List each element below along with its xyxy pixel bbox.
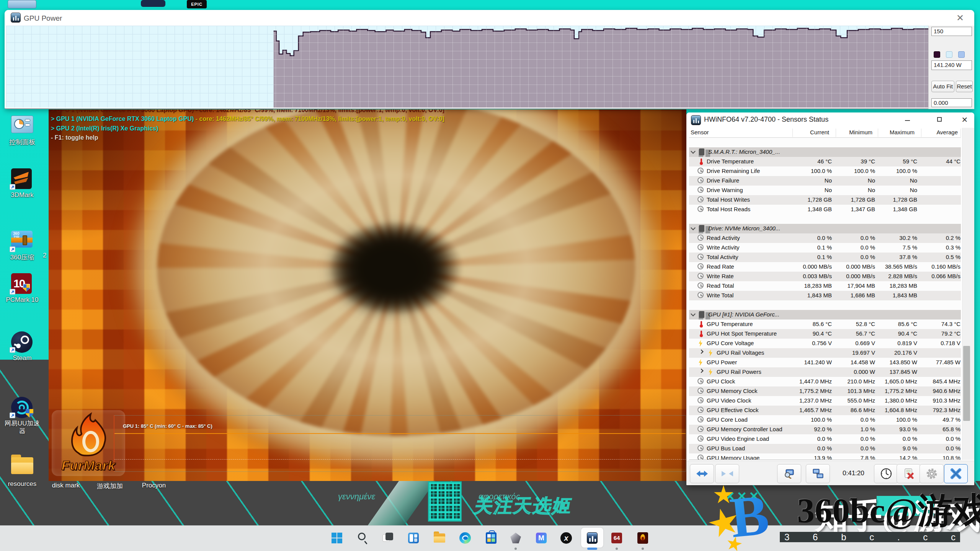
sensor-row[interactable]: GPU Memory Controller Load92.0 %1.0 %93.… <box>689 425 961 434</box>
expand-icon[interactable] <box>699 368 703 373</box>
column-header-minimum[interactable]: Minimum <box>833 129 872 135</box>
taskbar-icon-file-explorer[interactable] <box>431 529 448 547</box>
gpu-power-graph <box>6 26 928 108</box>
collapse-chevron-icon[interactable] <box>691 149 696 154</box>
maximize-button[interactable] <box>930 112 949 127</box>
sensor-row[interactable]: GPU Rail Powers0.000 W137.845 W <box>689 367 961 377</box>
sensor-group-row[interactable]: Drive: NVMe Micron_3400... <box>689 224 961 233</box>
collapse-chevron-icon[interactable] <box>691 311 696 316</box>
graph-color-swatch-dark[interactable] <box>934 51 940 58</box>
graph-color-swatch-blue[interactable] <box>958 51 965 58</box>
sensor-row[interactable]: Total Host Reads1,348 GB1,347 GB1,348 GB <box>689 205 961 214</box>
sensor-value: 0.819 V <box>875 340 917 346</box>
reset-button[interactable]: Reset <box>956 81 973 92</box>
sensor-row[interactable]: GPU Temperature85.6 °C52.8 °C85.6 °C74.3… <box>689 320 961 329</box>
sensor-row[interactable]: GPU Hot Spot Temperature90.4 °C56.7 °C90… <box>689 329 961 339</box>
taskbar-icon-store[interactable] <box>482 529 500 547</box>
close-button[interactable]: ✕ <box>955 112 974 127</box>
sensor-row[interactable]: GPU Memory Clock1,775.2 MHz101.3 MHz1,77… <box>689 386 961 396</box>
collapse-chevron-icon[interactable] <box>691 225 696 230</box>
desktop-icon-label-bottom[interactable]: Procyon <box>123 482 185 489</box>
toolbar-remote-monitor-button[interactable] <box>806 464 830 483</box>
taskbar-icon-benchmark-m[interactable]: M <box>532 529 550 547</box>
desktop-icon-pcmark10[interactable]: 10PCMark 10 <box>2 273 42 304</box>
furmark-logo-text: FurMark <box>52 458 125 473</box>
sensor-row[interactable]: Read Activity0.0 %0.0 %30.2 %0.2 % <box>689 233 961 243</box>
toolbar-settings-button[interactable] <box>920 464 944 483</box>
hwinfo-column-header[interactable]: SensorCurrentMinimumMaximumAverage <box>689 128 961 138</box>
sensor-row[interactable]: GPU Rail Voltages19.697 V20.176 V <box>689 348 961 358</box>
sensor-row[interactable]: GPU Power141.240 W14.458 W143.850 W77.48… <box>689 358 961 367</box>
scrollbar-thumb[interactable] <box>963 346 970 421</box>
desktop-icon-steam[interactable]: Steam <box>2 331 42 362</box>
toolbar-swap-arrows-button[interactable] <box>690 464 714 483</box>
desktop-icon-3dmark[interactable]: 3DMark <box>2 168 42 199</box>
toolbar-clock-button[interactable] <box>874 464 898 483</box>
sensor-row[interactable]: GPU Memory Usage13.9 %7.8 %14.2 %10.8 % <box>689 453 961 460</box>
toolbar-sensor-scan-button[interactable] <box>777 464 801 483</box>
3dmark-icon <box>11 168 33 189</box>
autofit-button[interactable]: Auto Fit <box>931 81 954 92</box>
toolbar-report-button[interactable] <box>897 464 921 483</box>
sensor-row[interactable]: Write Total1,843 MB1,686 MB1,843 MB <box>689 291 961 300</box>
sensor-value: 39 °C <box>833 158 875 165</box>
taskbar-icon-hwinfo[interactable] <box>583 529 601 547</box>
taskbar-icon-3dmark-prism[interactable] <box>507 529 524 547</box>
minimize-button[interactable] <box>898 112 917 127</box>
sensor-row[interactable]: Drive WarningNoNoNo <box>689 186 961 195</box>
sensor-row[interactable]: Total Host Writes1,728 GB1,728 GB1,728 G… <box>689 195 961 205</box>
sensor-group-row[interactable]: S.M.A.R.T.: Micron_3400_... <box>689 147 961 157</box>
sensor-row[interactable]: Total Activity0.1 %0.0 %37.8 %0.5 % <box>689 253 961 262</box>
graph-color-swatch-light[interactable] <box>946 51 952 58</box>
gpu-power-titlebar[interactable]: GPU Power ✕ <box>5 10 974 26</box>
taskbar-icon-search[interactable] <box>354 529 372 547</box>
graph-current-value-field[interactable]: 141.240 W <box>931 60 972 70</box>
graph-ymax-field[interactable]: 150 <box>931 27 972 36</box>
sensor-row[interactable]: GPU Video Engine Load0.0 %0.0 %0.0 %0.0 … <box>689 434 961 444</box>
sensor-row[interactable]: Drive Remaining Life100.0 %100.0 %100.0 … <box>689 166 961 176</box>
sensor-row[interactable]: Write Rate0.003 MB/s0.000 MB/s2.828 MB/s… <box>689 272 961 281</box>
graph-ymin-field[interactable]: 0.000 <box>931 98 972 107</box>
taskbar-icon-furmark[interactable] <box>634 529 652 547</box>
taskbar-icon-widgets[interactable] <box>405 529 422 547</box>
taskbar-icon-start[interactable] <box>328 529 346 547</box>
sensor-value: No <box>875 177 917 184</box>
toolbar-close-button[interactable] <box>944 464 968 483</box>
column-header-maximum[interactable]: Maximum <box>875 129 915 135</box>
sensor-label: GPU Effective Clock <box>707 407 759 413</box>
sensor-row[interactable]: GPU Core Voltage0.756 V0.669 V0.819 V0.7… <box>689 339 961 348</box>
toolbar-collapse-arrows-button[interactable] <box>715 464 739 483</box>
sensor-row[interactable]: Drive FailureNoNoNo <box>689 176 961 186</box>
column-header-current[interactable]: Current <box>790 129 829 135</box>
clock-icon <box>697 426 704 432</box>
sensor-value: 1,843 MB <box>875 292 917 298</box>
sensor-row[interactable]: Read Total18,283 MB17,904 MB18,283 MB <box>689 281 961 291</box>
sensor-row[interactable]: Drive Temperature46 °C39 °C59 °C44 °C <box>689 157 961 166</box>
sensor-row[interactable]: GPU Core Load100.0 %0.0 %100.0 %49.7 % <box>689 415 961 425</box>
sensor-row[interactable]: Write Activity0.1 %0.0 %7.5 %0.3 % <box>689 243 961 253</box>
desktop-icon-control-panel[interactable]: 控制面板 <box>2 114 42 146</box>
taskbar-icon-edge[interactable] <box>456 529 474 547</box>
gpu-power-close-button[interactable]: ✕ <box>955 13 965 23</box>
sensor-row[interactable]: GPU Bus Load0.0 %0.0 %9.0 %0.0 % <box>689 444 961 453</box>
partial-desktop-icon-1[interactable] <box>8 0 36 8</box>
column-header-sensor[interactable]: Sensor <box>691 129 709 135</box>
desktop-icon-360zip[interactable]: 360ZIP360压缩 <box>2 228 42 261</box>
hwinfo-titlebar[interactable]: HWiNFO64 v7.20-4700 - Sensors Status ✕ <box>686 112 974 128</box>
sensor-row[interactable]: Read Rate0.000 MB/s0.000 MB/s38.565 MB/s… <box>689 262 961 272</box>
hwinfo-scrollbar[interactable] <box>962 128 974 460</box>
partial-desktop-icon-2[interactable] <box>141 0 165 7</box>
sensor-value: 86.6 MHz <box>833 407 875 413</box>
expand-icon[interactable] <box>699 349 703 354</box>
partial-desktop-icon-epic[interactable]: EPIC <box>187 0 207 8</box>
sensor-group-row[interactable]: GPU [#1]: NVIDIA GeForc... <box>689 310 961 320</box>
sensor-row[interactable]: GPU Clock1,447.0 MHz210.0 MHz1,605.0 MHz… <box>689 377 961 386</box>
column-header-average[interactable]: Average <box>918 129 958 135</box>
sensor-row[interactable]: GPU Video Clock1,237.0 MHz555.0 MHz1,380… <box>689 396 961 406</box>
desktop-icon-uu[interactable]: 网易UU加速器 <box>2 397 42 435</box>
taskbar-icon-task-view[interactable] <box>379 529 397 547</box>
sensor-row[interactable]: GPU Effective Clock1,465.7 MHz86.6 MHz1,… <box>689 406 961 415</box>
taskbar-icon-hwinfo64[interactable]: 64 <box>608 529 626 547</box>
taskbar-icon-xbox[interactable]: x <box>557 529 575 547</box>
sensor-label: Drive Remaining Life <box>707 168 760 174</box>
